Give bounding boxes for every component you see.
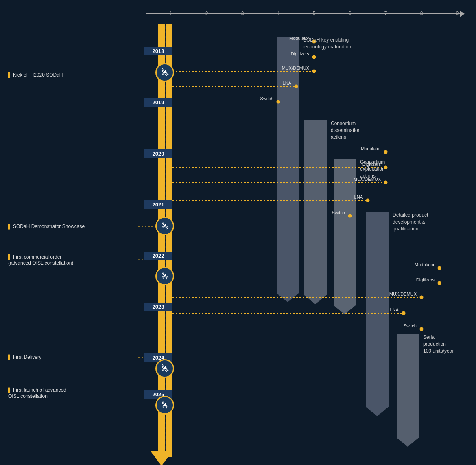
trl-data-line-5 — [172, 152, 386, 152]
trl-tick-label-3: 3 — [241, 11, 244, 16]
trl-item-label-9: Switch — [332, 210, 345, 215]
trl-data-line-6 — [172, 167, 386, 168]
trl-dot-12 — [420, 296, 424, 299]
phase-body-serial-production — [397, 334, 419, 438]
event-label-1: SODaH Demonstrator Showcase — [13, 224, 85, 229]
trl-data-line-12 — [172, 297, 421, 298]
trl-item-label-10: Modulator — [415, 262, 435, 267]
trl-item-label-1: Digitizers — [291, 51, 309, 56]
left-event-1: SODaH Demonstrator Showcase — [8, 224, 126, 230]
phase-body-consortium-dissemination — [304, 120, 327, 295]
satellite-icon-3: 🛰 — [155, 359, 174, 378]
year-label-2020: 2020 — [144, 149, 172, 158]
trl-item-label-2: MUX/DEMUX — [282, 66, 309, 70]
trl-arrow-line — [146, 13, 464, 14]
trl-item-label-3: LNA — [283, 81, 291, 86]
phase-tip-detailed-product — [366, 407, 388, 416]
trl-tick-label-7: 7 — [384, 11, 387, 16]
trl-data-line-0 — [172, 42, 314, 42]
event-label-2: First commercial order (advanced OISL co… — [8, 254, 73, 266]
trl-data-line-4 — [172, 102, 278, 102]
trl-dot-5 — [384, 150, 388, 154]
trl-dot-4 — [277, 100, 280, 104]
trl-item-label-14: Switch — [404, 323, 417, 328]
phase-tip-serial-production — [397, 438, 419, 447]
trl-item-label-8: LNA — [354, 195, 363, 200]
event-bar-2 — [8, 254, 10, 260]
trl-dot-11 — [438, 281, 441, 285]
chart-container: 123456789 201820192020202120222023202420… — [0, 0, 476, 465]
event-label-0: Kick off H2020 SODaH — [13, 72, 63, 78]
satellite-icon-2: 🛰 — [155, 267, 174, 285]
trl-item-label-5: Modulator — [361, 146, 381, 151]
trl-dot-10 — [438, 266, 441, 270]
trl-tick-label-8: 8 — [420, 11, 423, 16]
phase-label-serial-production: Serial production 100 units/year — [423, 334, 454, 354]
trl-dot-14 — [420, 327, 424, 331]
year-label-2022: 2022 — [144, 252, 172, 260]
trl-arrow-head — [460, 11, 465, 17]
trl-data-line-11 — [172, 283, 439, 283]
left-event-4: First launch of advanced OISL constellat… — [8, 387, 126, 399]
trl-data-line-14 — [172, 329, 421, 329]
phase-label-key-enabling: SODaH key enabling technology maturation — [303, 37, 351, 50]
trl-dot-1 — [312, 55, 316, 59]
event-label-3: First Delivery — [13, 354, 41, 360]
event-bar-3 — [8, 354, 10, 360]
event-bar-1 — [8, 224, 10, 229]
trl-tick-label-5: 5 — [313, 11, 316, 16]
left-event-2: First commercial order (advanced OISL co… — [8, 254, 126, 266]
trl-data-line-7 — [172, 182, 386, 183]
trl-data-line-13 — [172, 313, 404, 314]
year-label-2023: 2023 — [144, 303, 172, 311]
event-bar-0 — [8, 72, 10, 78]
phase-label-detailed-product: Detailed product development & qualifica… — [393, 212, 428, 232]
phase-tip-key-enabling — [277, 293, 299, 302]
trl-item-label-4: Switch — [260, 96, 273, 101]
event-label-4: First launch of advanced OISL constellat… — [8, 387, 66, 399]
trl-item-label-13: LNA — [390, 307, 399, 312]
phase-label-consortium-dissemination: Consortium dissemination actions — [331, 120, 360, 140]
trl-axis-line: 123456789 — [146, 9, 464, 17]
satellite-icon-0: 🛰 — [155, 63, 174, 82]
satellite-icon-4: 🛰 — [155, 396, 174, 415]
trl-tick-label-9: 9 — [456, 11, 459, 16]
phase-label-consortium-exploitation: Consortium exploitation actions — [360, 159, 385, 179]
trl-data-line-9 — [172, 216, 350, 216]
trl-tick-label-2: 2 — [205, 11, 208, 16]
trl-item-label-12: MUX/DEMUX — [389, 292, 417, 296]
trl-dot-9 — [348, 214, 352, 218]
left-event-0: Kick off H2020 SODaH — [8, 72, 126, 78]
event-bar-4 — [8, 387, 10, 393]
trl-dot-13 — [402, 311, 406, 315]
trl-dot-8 — [366, 199, 370, 202]
trl-tick-label-6: 6 — [349, 11, 352, 16]
year-label-2021: 2021 — [144, 200, 172, 209]
trl-tick-label-4: 4 — [277, 11, 280, 16]
trl-axis: 123456789 — [146, 7, 464, 24]
trl-tick-label-1: 1 — [170, 11, 172, 16]
left-event-3: First Delivery — [8, 354, 126, 360]
trl-dot-7 — [384, 181, 388, 184]
trl-dot-2 — [312, 70, 316, 73]
trl-data-line-3 — [172, 86, 296, 87]
trl-data-line-1 — [172, 57, 314, 57]
trl-data-line-8 — [172, 200, 368, 201]
trl-data-line-10 — [172, 268, 439, 268]
trl-data-line-2 — [172, 71, 314, 72]
phase-tip-consortium-dissemination — [304, 295, 326, 304]
phase-body-key-enabling — [277, 37, 299, 293]
phase-body-consortium-exploitation — [334, 159, 356, 305]
phase-body-detailed-product — [366, 212, 389, 407]
timeline-arrow-bottom — [151, 451, 172, 465]
trl-item-label-11: Digitizers — [416, 277, 435, 282]
satellite-icon-1: 🛰 — [155, 217, 174, 235]
year-label-2018: 2018 — [144, 47, 172, 55]
trl-dot-3 — [295, 85, 298, 88]
year-label-2019: 2019 — [144, 98, 172, 107]
